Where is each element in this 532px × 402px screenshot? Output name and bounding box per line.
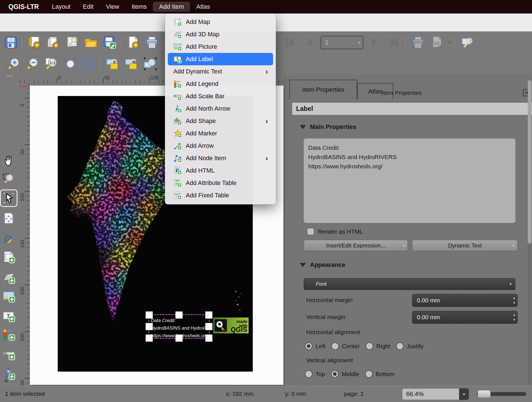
save-as-button[interactable] [102,35,117,50]
insert-expression-button[interactable]: Insert/Edit Expression... ▾ [304,240,408,251]
export-atlas-button[interactable] [430,35,445,50]
radio-bottom[interactable] [365,370,373,378]
atlas-first-button[interactable] [282,35,298,50]
menubar-item-add-item[interactable]: Add Item [153,2,190,12]
menu-item-add-legend[interactable]: Add Legend [168,78,273,90]
menu-item-add-node-item[interactable]: Add Node Item› [168,152,273,164]
selection-handle[interactable] [175,311,183,319]
export-options-arrow-icon[interactable]: ▾ [449,40,451,45]
vertical-margin-spinbox[interactable]: 0.00 mm ▴▾ [412,311,518,324]
menu-item-add-north-arrow[interactable]: NAdd North Arrow [168,102,273,115]
menu-item-add-scale-bar[interactable]: Add Scale Bar [168,90,273,102]
menubar-items: LayoutEditViewItemsAdd ItemAtlas [46,2,216,12]
menu-item-add-dynamic-text[interactable]: Add Dynamic Text› [168,65,273,78]
add-picture-tool-button[interactable] [2,290,15,303]
radio-option-top[interactable]: Top [305,370,325,378]
radio-top[interactable] [305,370,312,378]
menu-item-add-html[interactable]: Add HTML [168,164,273,177]
selection-handle[interactable] [146,323,153,330]
add-3d-map-tool-button[interactable] [2,271,15,284]
new-from-template-button[interactable] [126,35,141,50]
menubar-item-atlas[interactable]: Atlas [190,2,216,12]
new-layout-button[interactable] [27,35,42,50]
menubar-item-items[interactable]: Items [125,2,153,12]
add-label-tool-button[interactable]: T [2,309,15,322]
edit-nodes-tool-button[interactable] [2,232,15,245]
unlock-all-button[interactable] [124,56,139,72]
zoom-full-button[interactable] [63,56,78,72]
radio-option-bottom[interactable]: Bottom [365,370,395,378]
zoom-level-combobox[interactable]: 66.4% ▾ [402,388,469,400]
atlas-page-combobox[interactable]: 1▾ [321,36,363,49]
dynamic-text-button[interactable]: Dynamic Text ▾ [412,240,518,251]
atlas-prev-button[interactable] [301,35,317,50]
menu-item-add-shape[interactable]: Add Shape› [168,115,273,127]
menu-item-add-fixed-table[interactable]: Add Fixed Table [168,189,273,202]
print-button[interactable] [410,35,426,50]
radio-option-left[interactable]: Left [305,342,325,350]
add-legend-tool-button[interactable] [2,328,15,341]
radio-right[interactable] [366,342,373,350]
add-map-tool-button[interactable] [2,251,15,263]
print-button[interactable] [144,35,160,50]
zoom-region-tool-button[interactable] [2,172,15,185]
selection-handle[interactable] [205,334,213,342]
radio-option-right[interactable]: Right [366,342,390,350]
app-menu-qgis-ltr[interactable]: QGIS-LTR [0,3,46,11]
menu-item-add-attribute-table[interactable]: Add Attribute Table [168,177,273,189]
label-text-area[interactable]: Data Credit: HydroBASINS and HydroRIVERS… [304,139,515,223]
horizontal-margin-spinbox[interactable]: 0.00 mm ▴▾ [412,294,518,307]
atlas-last-button[interactable] [386,35,402,50]
selection-handle[interactable] [175,334,183,342]
layout-properties-button[interactable] [64,35,80,50]
radio-middle[interactable] [331,370,339,378]
radio-center[interactable] [331,342,339,350]
save-project-button[interactable] [3,35,19,50]
zoom-actual-button[interactable]: 1:1 [44,56,59,72]
menu-item-add-marker[interactable]: Add Marker [168,127,273,140]
panel-scrollbar-thumb[interactable] [528,80,531,244]
radio-option-justify[interactable]: Justify [396,342,424,350]
move-content-tool-button[interactable] [2,212,15,225]
atlas-settings-button[interactable] [460,35,475,50]
zoom-slider-handle[interactable] [478,390,491,398]
radio-option-center[interactable]: Center [331,342,360,350]
atlas-next-button[interactable] [367,35,383,50]
main-properties-group-header[interactable]: Main Properties [300,123,356,131]
select-shapes-button[interactable] [143,56,158,72]
panel-scrollbar-track[interactable] [528,244,531,385]
refresh-button[interactable] [82,56,97,72]
menu-item-add-3d-map[interactable]: Add 3D Map [168,28,273,41]
tab-item-properties[interactable]: Item Properties [289,80,357,99]
dropdown-arrow-icon: ▾ [513,243,515,248]
menubar-item-layout[interactable]: Layout [46,2,77,12]
selection-handle[interactable] [146,311,153,319]
pan-tool-button[interactable] [2,154,15,167]
menubar-item-view[interactable]: View [100,2,125,12]
duplicate-layout-button[interactable] [46,35,61,50]
toolbox-overflow-chevron[interactable]: » [4,376,7,385]
menu-item-add-arrow[interactable]: Add Arrow [168,140,273,152]
font-button[interactable]: Font ▾ [304,278,515,290]
appearance-group-header[interactable]: Appearance [300,261,345,269]
selected-label-item[interactable]: Data Credit:HydroBASINS and HydroRIVERSh… [149,314,209,339]
selection-handle[interactable] [205,323,213,330]
spinner-arrows-icon[interactable]: ▴▾ [513,295,515,305]
menubar-item-edit[interactable]: Edit [77,2,100,12]
menu-item-add-label[interactable]: TAdd Label [168,53,273,65]
selection-handle[interactable] [205,311,213,319]
radio-justify[interactable] [396,342,404,350]
zoom-in-button[interactable] [6,56,21,72]
radio-left[interactable] [305,342,312,350]
render-as-html-checkbox[interactable] [307,228,314,235]
add-scale-bar-tool-button[interactable] [2,347,15,360]
radio-option-middle[interactable]: Middle [331,370,359,378]
lock-items-button[interactable] [105,56,120,72]
open-folder-button[interactable] [83,35,99,50]
select-item-tool-button[interactable] [2,192,15,205]
spinner-arrows-icon[interactable]: ▴▾ [513,312,515,322]
menu-item-add-map[interactable]: Add Map [168,16,273,28]
zoom-out-button[interactable] [25,56,40,72]
menu-item-add-picture[interactable]: Add Picture [168,41,273,53]
selection-handle[interactable] [146,334,153,342]
